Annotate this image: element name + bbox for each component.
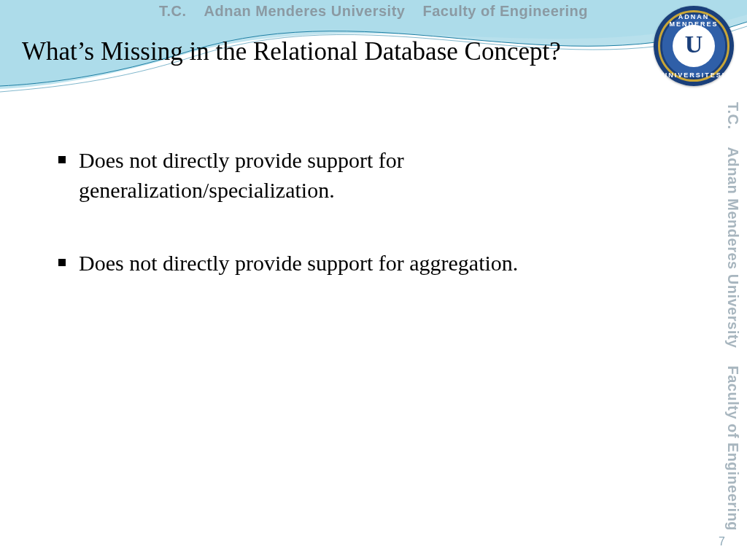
side-banner: T.C.Adnan Menderes UniversityFaculty of … xyxy=(722,102,741,510)
bullet-item: Does not directly provide support for ag… xyxy=(58,249,598,279)
seal-bottom-text: UNIVERSITESI xyxy=(654,71,734,79)
seal-letter: U xyxy=(685,31,703,58)
side-banner-university: Adnan Menderes University xyxy=(725,147,741,349)
banner-tc: T.C. xyxy=(159,3,187,19)
bullet-list: Does not directly provide support for ge… xyxy=(58,146,598,279)
banner-faculty: Faculty of Engineering xyxy=(422,3,588,19)
banner-university: Adnan Menderes University xyxy=(204,3,406,19)
top-banner: T.C.Adnan Menderes UniversityFaculty of … xyxy=(0,3,747,20)
seal-inner: U xyxy=(673,25,715,67)
page-number: 7 xyxy=(719,535,725,548)
slide-title: What’s Missing in the Relational Databas… xyxy=(22,36,678,67)
slide: T.C.Adnan Menderes UniversityFaculty of … xyxy=(0,0,747,560)
side-banner-text: T.C.Adnan Menderes UniversityFaculty of … xyxy=(724,102,741,531)
side-banner-tc: T.C. xyxy=(725,102,741,130)
slide-body: Does not directly provide support for ge… xyxy=(58,146,598,322)
side-banner-faculty: Faculty of Engineering xyxy=(725,365,741,531)
bullet-item: Does not directly provide support for ge… xyxy=(58,146,598,205)
